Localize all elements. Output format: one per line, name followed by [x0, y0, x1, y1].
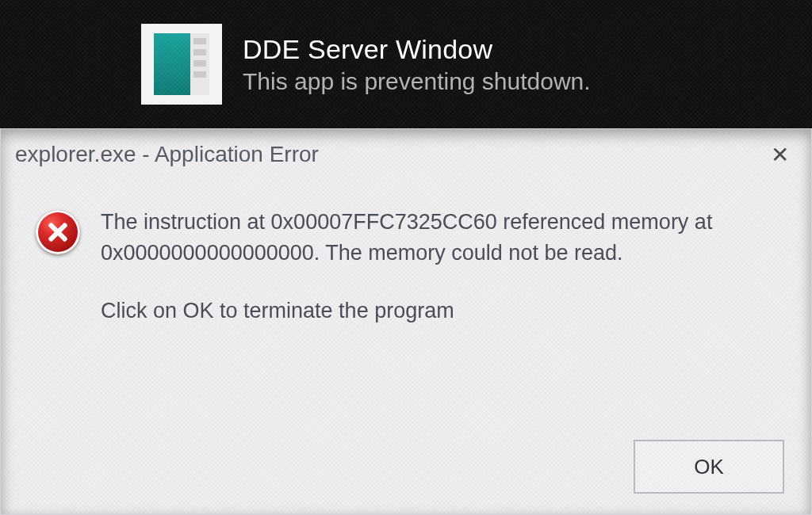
- app-icon: [141, 24, 222, 105]
- close-button[interactable]: ✕: [762, 137, 797, 172]
- error-icon: [36, 210, 80, 254]
- dialog-message: The instruction at 0x00007FFC7325CC60 re…: [101, 207, 767, 326]
- dialog-message-line2: Click on OK to terminate the program: [101, 296, 767, 326]
- close-icon: ✕: [771, 142, 789, 168]
- blocking-app-status: This app is preventing shutdown.: [243, 68, 591, 95]
- error-dialog: explorer.exe - Application Error ✕ The i…: [0, 128, 812, 515]
- dialog-message-line1: The instruction at 0x00007FFC7325CC60 re…: [101, 207, 767, 269]
- shutdown-block-banner: DDE Server Window This app is preventing…: [0, 0, 812, 128]
- blocking-app-name: DDE Server Window: [243, 34, 591, 65]
- ok-button[interactable]: OK: [634, 440, 784, 494]
- dialog-title: explorer.exe - Application Error: [15, 142, 319, 167]
- dialog-titlebar: explorer.exe - Application Error ✕: [1, 129, 811, 180]
